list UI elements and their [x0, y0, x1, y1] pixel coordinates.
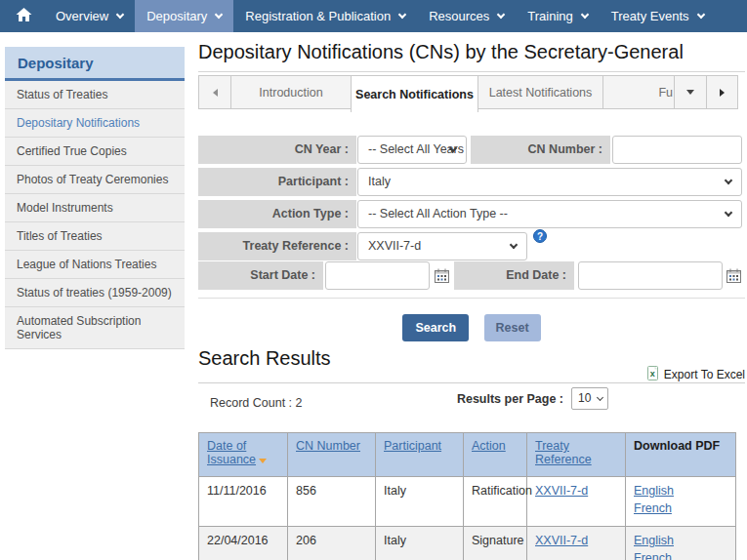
form-row-action-type: Action Type : -- Select All Action Type … — [198, 200, 742, 228]
chevron-down-icon — [696, 10, 704, 18]
sidebar-item-status-of-treaties-1959-2009[interactable]: Status of treaties (1959-2009) — [5, 279, 185, 307]
cell-treaty-reference: XXVII-7-d — [527, 527, 626, 560]
sort-link-action[interactable]: Action — [472, 439, 506, 453]
cell-date-of-issuance: 11/11/2016 — [199, 477, 288, 527]
divider — [198, 71, 745, 72]
chevron-down-icon — [510, 241, 518, 249]
table-row: 22/04/2016 206 Italy Signature XXVII-7-d… — [199, 527, 736, 560]
column-header-download-pdf: Download PDF — [626, 433, 736, 477]
nav-item-depositary[interactable]: Depositary — [135, 0, 233, 32]
sort-link-treaty-reference[interactable]: Treaty Reference — [535, 439, 592, 466]
sort-link-cn-number[interactable]: CN Number — [296, 439, 360, 453]
chevron-down-icon — [581, 10, 589, 18]
cell-action: Ratification — [464, 477, 527, 527]
sidebar-item-titles-of-treaties[interactable]: Titles of Treaties — [5, 222, 185, 251]
sidebar-item-automated-subscription-services[interactable]: Automated Subscription Services — [5, 307, 185, 349]
cn-number-label-strip: CN Number : — [471, 136, 610, 164]
search-button[interactable]: Search — [402, 314, 469, 341]
sort-link-date-of-issuance[interactable]: Date of Issuance — [207, 439, 256, 466]
divider — [198, 298, 745, 299]
form-row-dates: Start Date : End Date : — [198, 261, 742, 290]
results-per-page-select[interactable]: 10 — [571, 387, 608, 410]
cell-treaty-reference: XXVII-7-d — [527, 477, 626, 527]
nav-item-resources[interactable]: Resources — [417, 0, 516, 32]
start-date-label-strip: Start Date : — [198, 261, 323, 290]
treaty-reference-link[interactable]: XXVII-7-d — [535, 534, 588, 547]
chevron-left-icon — [213, 89, 218, 97]
cn-year-label: CN Year : — [198, 136, 356, 164]
tab-search-notifications[interactable]: Search Notifications — [351, 75, 478, 112]
tab-scroll-left-button[interactable] — [198, 75, 231, 109]
nav-item-label: Depositary — [146, 9, 207, 23]
svg-text:x: x — [650, 369, 655, 379]
cn-year-select[interactable]: -- Select All Years -- — [357, 136, 467, 164]
cell-participant: Italy — [376, 527, 464, 560]
sort-link-participant[interactable]: Participant — [384, 439, 441, 453]
table-header-row: Date of Issuance CN Number Participant A… — [199, 433, 736, 477]
cn-number-input[interactable] — [612, 136, 742, 164]
nav-item-label: Registration & Publication — [245, 9, 391, 23]
start-date-label: Start Date : — [198, 261, 323, 290]
tab-list-dropdown-button[interactable] — [674, 75, 707, 109]
participant-select[interactable]: Italy — [357, 168, 742, 196]
results-heading: Search Results — [198, 347, 331, 370]
column-header-treaty-reference: Treaty Reference — [527, 433, 626, 477]
export-to-excel-link[interactable]: x Export To Excel — [646, 366, 745, 383]
participant-value: Italy — [368, 175, 391, 188]
sidebar-item-league-of-nations-treaties[interactable]: League of Nations Treaties — [5, 251, 185, 279]
sidebar-item-model-instruments[interactable]: Model Instruments — [5, 194, 185, 222]
table-row: 11/11/2016 856 Italy Ratification XXVII-… — [199, 477, 736, 527]
end-date-input[interactable] — [578, 261, 723, 290]
nav-item-label: Training — [527, 9, 572, 23]
tab-scroll-right-button[interactable] — [706, 75, 738, 109]
calendar-icon[interactable] — [435, 268, 449, 283]
download-french-link[interactable]: French — [634, 551, 727, 560]
nav-item-label: Resources — [429, 9, 489, 23]
action-type-label: Action Type : — [198, 200, 356, 228]
page-title: Depositary Notifications (CNs) by the Se… — [198, 41, 684, 63]
column-header-cn-number: CN Number — [288, 433, 376, 477]
download-english-link[interactable]: English — [634, 484, 727, 498]
chevron-down-icon — [215, 10, 223, 18]
results-per-page: Results per Page : 10 — [457, 387, 608, 410]
results-per-page-label: Results per Page : — [457, 392, 563, 406]
treaty-reference-label-strip: Treaty Reference : — [198, 232, 356, 260]
home-button[interactable] — [0, 0, 44, 32]
start-date-input[interactable] — [325, 261, 430, 290]
action-type-value: -- Select All Action Type -- — [368, 207, 508, 220]
column-header-label: Date of Issuance — [207, 439, 256, 466]
tab-latest-notifications[interactable]: Latest Notifications — [477, 75, 603, 109]
treaty-reference-select[interactable]: XXVII-7-d — [357, 232, 527, 260]
sidebar-item-photos-of-treaty-ceremonies[interactable]: Photos of Treaty Ceremonies — [5, 166, 185, 194]
action-type-select[interactable]: -- Select All Action Type -- — [357, 200, 742, 228]
sidebar-item-depositary-notifications[interactable]: Depositary Notifications — [5, 109, 185, 138]
reset-button[interactable]: Reset — [484, 314, 541, 341]
nav-item-treaty-events[interactable]: Treaty Events — [600, 0, 716, 32]
sidebar-item-status-of-treaties[interactable]: Status of Treaties — [5, 81, 185, 109]
excel-icon: x — [646, 366, 659, 383]
tab-truncated[interactable]: Fu — [602, 75, 675, 109]
download-english-link[interactable]: English — [634, 534, 727, 547]
form-row-participant: Participant : Italy — [198, 168, 742, 196]
sidebar-item-certified-true-copies[interactable]: Certified True Copies — [5, 138, 185, 166]
sidebar: Depositary Status of Treaties Depositary… — [5, 47, 185, 349]
main-content: Depositary Notifications (CNs) by the Se… — [198, 39, 745, 560]
end-date-label: End Date : — [454, 261, 574, 290]
nav-item-overview[interactable]: Overview — [44, 0, 135, 32]
nav-item-label: Overview — [56, 9, 108, 23]
nav-item-training[interactable]: Training — [516, 0, 599, 32]
cell-download-pdf: English French — [626, 477, 736, 527]
download-french-link[interactable]: French — [634, 501, 727, 515]
cell-action: Signature — [464, 527, 527, 560]
calendar-icon[interactable] — [726, 268, 741, 283]
cell-date-of-issuance: 22/04/2016 — [199, 527, 288, 560]
chevron-right-icon — [720, 89, 725, 97]
question-mark-icon[interactable]: ? — [533, 229, 547, 243]
nav-item-registration-publication[interactable]: Registration & Publication — [233, 0, 417, 32]
treaty-reference-value: XXVII-7-d — [368, 239, 421, 253]
action-type-label-strip: Action Type : — [198, 200, 356, 228]
form-buttons: Search Reset — [198, 314, 745, 341]
treaty-reference-link[interactable]: XXVII-7-d — [535, 484, 588, 498]
chevron-down-icon — [497, 10, 505, 18]
tab-introduction[interactable]: Introduction — [230, 75, 352, 109]
